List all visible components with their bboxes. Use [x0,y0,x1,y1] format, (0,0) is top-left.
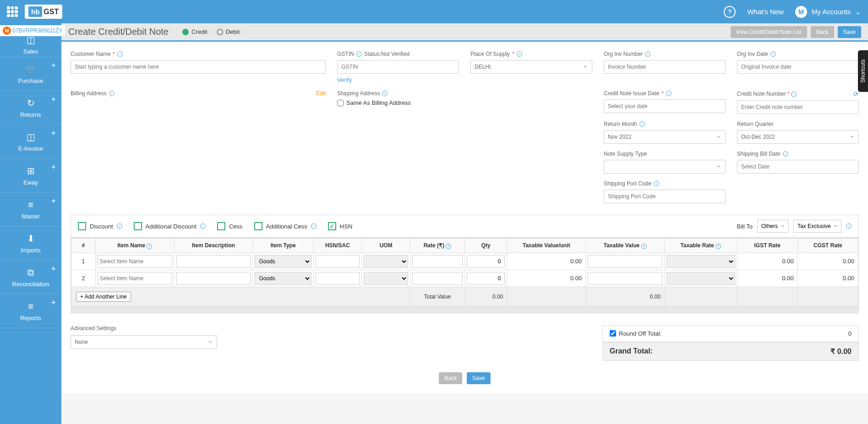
rate-input[interactable] [412,272,463,285]
uom-select[interactable] [364,272,408,285]
plus-icon[interactable]: + [51,61,56,71]
sidebar-item-reports[interactable]: + ≡ Reports [0,294,61,328]
sidebar-item-eway[interactable]: + ⊞ Eway [0,159,61,193]
info-icon[interactable]: i [117,223,122,229]
plus-icon[interactable]: + [51,163,56,172]
info-icon[interactable]: i [770,51,776,57]
taxable-rate-select[interactable] [666,272,735,285]
sidebar-item-imports[interactable]: ⬇ Imports [0,227,61,261]
org-inv-number-input[interactable] [604,60,726,74]
info-icon[interactable]: i [446,244,451,249]
save-button-bottom[interactable]: Save [467,372,490,384]
info-icon[interactable]: i [117,51,123,57]
plus-icon[interactable]: + [51,129,56,138]
plus-icon[interactable]: + [51,264,56,274]
shipping-bill-date-input[interactable] [737,160,859,174]
taxable-value-input[interactable] [588,272,662,285]
info-icon[interactable]: i [791,92,797,97]
credit-note-issue-date-input[interactable] [604,99,726,113]
item-type-select[interactable]: Goods [255,272,311,285]
info-icon[interactable]: i [783,151,788,157]
radio-debit[interactable]: Debit [217,28,240,35]
org-inv-number-label: Org Inv Number i [604,51,726,57]
help-icon[interactable]: ? [724,6,736,18]
additional-discount-checkbox[interactable]: Additional Discount i [134,222,206,230]
apps-grid-icon[interactable] [7,6,18,17]
whats-new-link[interactable]: What's New [747,8,784,16]
note-supply-type-select[interactable] [604,160,726,174]
sidebar-item-label: Imports [21,247,40,254]
item-type-select[interactable]: Goods [255,255,311,268]
sidebar-item-einvoice[interactable]: + ◫ E-Invoice [0,125,61,159]
shortcuts-tab[interactable]: Shortcuts [858,50,868,92]
gstin-badge[interactable]: M 07BVRPR3650J1ZY [0,25,65,36]
hsn-checkbox[interactable]: ✓ HSN [328,222,352,230]
info-icon[interactable]: i [356,51,362,57]
view-list-button[interactable]: View Credit/Debit Note List [731,26,807,38]
edit-link[interactable]: Edit [316,90,326,97]
save-button[interactable]: Save [838,26,861,38]
sidebar-item-returns[interactable]: + ↻ Returns [0,91,61,125]
shipping-port-code-input[interactable] [604,190,726,203]
info-icon[interactable]: i [517,51,522,57]
sidebar-item-purchase[interactable]: + 🛒 Purchase [0,57,61,91]
info-icon[interactable]: i [200,223,206,229]
col-num: # [71,239,96,253]
avatar: M [795,6,807,18]
rate-input[interactable] [412,255,463,268]
round-off-checkbox[interactable] [610,330,616,337]
place-of-supply-select[interactable]: DELHI [470,60,592,74]
plus-icon[interactable]: + [51,196,56,206]
item-name-input[interactable] [98,255,172,268]
radio-credit[interactable]: Credit [182,28,207,35]
item-description-input[interactable] [176,272,251,285]
back-button[interactable]: Back [811,26,834,38]
info-icon[interactable]: i [147,244,152,249]
qty-input[interactable] [467,272,505,285]
add-another-line-button[interactable]: + Add Another Line [76,292,131,302]
cess-checkbox[interactable]: Cess [217,222,243,230]
info-icon[interactable]: i [645,51,650,57]
return-month-select[interactable]: Nov 2022 [604,130,726,144]
items-table-wrap[interactable]: # Item Name i Item Description Item Type… [71,238,859,307]
discount-checkbox[interactable]: Discount i [78,222,122,230]
taxable-rate-select[interactable] [666,255,735,268]
advanced-settings-select[interactable]: None [71,335,217,349]
info-icon[interactable]: i [654,181,659,186]
horizontal-scrollbar[interactable] [71,307,859,314]
taxable-value-input[interactable] [588,255,662,268]
plus-icon[interactable]: + [51,298,56,308]
info-icon[interactable]: i [109,91,115,96]
customer-name-input[interactable] [71,60,326,74]
same-as-billing-checkbox[interactable]: Same As Billing Address [337,99,592,106]
plus-icon[interactable]: + [51,95,56,104]
sidebar-item-master[interactable]: + ≡ Master [0,193,61,227]
uom-select[interactable] [364,255,408,268]
back-button-bottom[interactable]: Back [439,372,462,384]
info-icon[interactable]: i [311,223,317,229]
hsn-sac-input[interactable] [316,255,360,268]
my-accounts-dropdown[interactable]: M My Accounts ⌄ [795,6,861,18]
verify-link[interactable]: Verify [337,76,459,83]
info-icon[interactable]: i [382,91,388,96]
info-icon[interactable]: i [846,223,852,229]
logo[interactable]: hb GST [25,5,62,19]
info-icon[interactable]: i [641,244,647,249]
item-description-input[interactable] [176,255,251,268]
sidebar-item-reconciliation[interactable]: + ⧉ Reconciliation [0,261,61,294]
gstin-input[interactable] [337,60,459,74]
bill-to-select[interactable]: Others [757,220,789,233]
item-name-input[interactable] [98,272,172,285]
refresh-icon[interactable]: ⟳ [853,90,859,98]
qty-input[interactable] [467,255,505,268]
credit-note-number-input[interactable] [737,100,859,114]
hsn-sac-input[interactable] [316,272,360,285]
tax-mode-select[interactable]: Tax Exclusive [793,220,841,233]
info-icon[interactable]: i [639,121,645,127]
org-inv-date-input[interactable] [737,60,859,74]
info-icon[interactable]: i [666,91,671,96]
return-quarter-select[interactable]: Oct-Dec 2022 [737,130,859,144]
info-icon[interactable]: i [715,244,721,249]
additional-cess-checkbox[interactable]: Additional Cess i [254,222,317,230]
grand-total-label: Grand Total: [610,347,653,355]
